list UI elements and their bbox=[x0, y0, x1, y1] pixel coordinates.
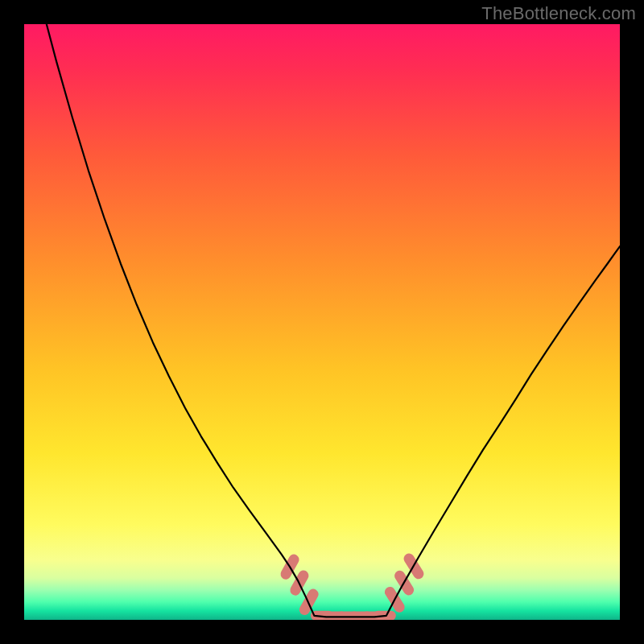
watermark-text: TheBottleneck.com bbox=[481, 3, 636, 24]
bottleneck-curve bbox=[24, 24, 620, 617]
curve-beads-sides bbox=[286, 559, 419, 610]
chart-frame: TheBottleneck.com bbox=[0, 0, 644, 644]
chart-svg bbox=[24, 24, 620, 620]
chart-plot-area bbox=[24, 24, 620, 620]
